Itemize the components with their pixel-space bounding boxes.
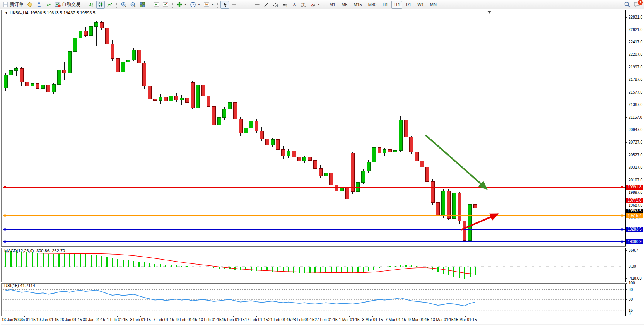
periods-button[interactable]: ▼: [189, 1, 202, 9]
time-axis-tick: [48, 316, 48, 317]
horizontal-line-tool-button[interactable]: [253, 1, 261, 9]
time-axis-tick: [71, 316, 71, 317]
svg-text:E: E: [277, 5, 278, 7]
candle-up: [132, 50, 135, 60]
chart-shift-icon: [162, 2, 169, 8]
candle-up: [303, 157, 306, 161]
vertical-line-tool-button[interactable]: [244, 1, 252, 9]
time-axis-tick: [94, 316, 94, 317]
price-axis-tick: [626, 130, 627, 130]
zoom-in-button[interactable]: [120, 1, 128, 9]
svg-text:T: T: [302, 3, 304, 7]
price-line-marker[interactable]: [621, 241, 623, 243]
price-line-marker[interactable]: [621, 186, 623, 188]
cursor-button[interactable]: [220, 1, 229, 9]
bar-chart-button[interactable]: [87, 1, 96, 9]
metaeditor-button[interactable]: [26, 1, 34, 9]
trendline-icon: [263, 2, 270, 8]
rsi-axis-tick: [626, 289, 627, 290]
candle-up: [169, 96, 173, 101]
price-line-marker[interactable]: [4, 228, 6, 230]
chart-title: ▼ HK50-,H4 19506.5 19613.5 19437.5 19593…: [5, 10, 95, 15]
time-axis-tick: [419, 316, 419, 317]
time-axis[interactable]: 13 Jan 202317 Jan 01:1519 Jan 01:1526 Ja…: [0, 316, 644, 324]
templates-button[interactable]: ▼: [202, 1, 215, 9]
community-button[interactable]: [35, 1, 43, 9]
candle-up: [340, 187, 343, 191]
price-axis-label: 20947.0: [629, 128, 642, 132]
notifications-button[interactable]: 1: [632, 1, 641, 9]
candle-down: [84, 31, 87, 35]
price-axis[interactable]: 22831.022621.022417.022207.021997.021787…: [626, 10, 644, 316]
time-axis-tick: [442, 316, 442, 317]
line-chart-button[interactable]: [106, 1, 114, 9]
time-axis-tick: [372, 316, 373, 317]
trendline-tool-button[interactable]: [262, 1, 271, 9]
auto-trading-icon: [55, 2, 61, 8]
arrows-tool-button[interactable]: ▼: [309, 1, 321, 9]
price-axis-label: 21997.0: [629, 65, 642, 69]
price-line-marker[interactable]: [621, 215, 623, 217]
price-axis-tick: [626, 142, 627, 143]
text-label-tool-button[interactable]: T: [299, 1, 308, 9]
auto-scroll-icon: [153, 2, 159, 8]
candle-up: [52, 85, 55, 92]
timeframe-h1[interactable]: H1: [380, 1, 391, 9]
rsi-axis-tick: [626, 299, 627, 300]
price-axis-tick: [626, 67, 627, 67]
auto-trading-button[interactable]: 自动交易: [53, 1, 82, 9]
rsi-axis-label: 100: [629, 281, 635, 285]
zoom-out-button[interactable]: [129, 1, 137, 9]
chart-canvas[interactable]: [3, 10, 626, 324]
indicators-button[interactable]: ▼: [175, 1, 188, 9]
timeframe-m30[interactable]: M30: [366, 1, 379, 9]
macd-rsi-separator[interactable]: [1, 282, 644, 284]
chart-shift-marker-icon[interactable]: [487, 11, 491, 14]
timeframe-d1[interactable]: D1: [403, 1, 414, 9]
price-line-marker[interactable]: [4, 186, 6, 188]
timeframe-w1[interactable]: W1: [415, 1, 427, 9]
chart-shift-button[interactable]: [161, 1, 170, 9]
candle-up: [399, 120, 402, 150]
auto-scroll-button[interactable]: [152, 1, 161, 9]
timeframe-m1[interactable]: M1: [327, 1, 338, 9]
crosshair-button[interactable]: [230, 1, 238, 9]
collapse-panel-icon[interactable]: ▼: [5, 12, 8, 14]
timeframe-h4[interactable]: H4: [391, 1, 402, 9]
price-line-marker[interactable]: [4, 241, 6, 243]
zoom-out-icon: [130, 2, 136, 8]
candle-up: [249, 121, 253, 128]
candle-up: [31, 83, 34, 86]
candle-down: [415, 152, 419, 161]
rsi-line: [6, 290, 475, 306]
main-macd-separator[interactable]: [1, 246, 644, 248]
candle-up: [180, 98, 183, 100]
new-order-icon: [2, 2, 9, 8]
timeframe-m5[interactable]: M5: [339, 1, 350, 9]
timeframe-m15[interactable]: M15: [351, 1, 364, 9]
price-axis-label: 21157.0: [629, 115, 642, 120]
candle-down: [239, 119, 242, 133]
fibonacci-tool-button[interactable]: F: [281, 1, 289, 9]
search-button[interactable]: [623, 1, 632, 9]
price-line-marker[interactable]: [621, 228, 623, 230]
candlestick-chart-button[interactable]: [96, 1, 105, 9]
text-tool-button[interactable]: A: [290, 1, 299, 9]
tile-windows-button[interactable]: [138, 1, 147, 9]
time-axis-tick: [24, 316, 25, 317]
fibonacci-icon: F: [282, 2, 288, 8]
auto-trading-label: 自动交易: [62, 1, 80, 8]
toolbar-right-group: 1: [622, 1, 642, 9]
channel-tool-button[interactable]: E: [272, 1, 280, 9]
signal-button[interactable]: [44, 1, 53, 9]
candle-up: [4, 75, 7, 88]
annotation-arrow[interactable]: [425, 135, 487, 189]
timeframe-mn[interactable]: MN: [427, 1, 439, 9]
price-line-marker[interactable]: [4, 215, 6, 217]
candle-down: [378, 148, 381, 153]
equidistant-channel-icon: E: [273, 2, 279, 8]
new-order-button[interactable]: 新订单: [1, 1, 25, 9]
candle-down: [111, 44, 114, 59]
macd-indicator-label: MACD(12,26,9) -300.86 -262.70: [4, 248, 65, 253]
candle-down: [148, 86, 152, 99]
